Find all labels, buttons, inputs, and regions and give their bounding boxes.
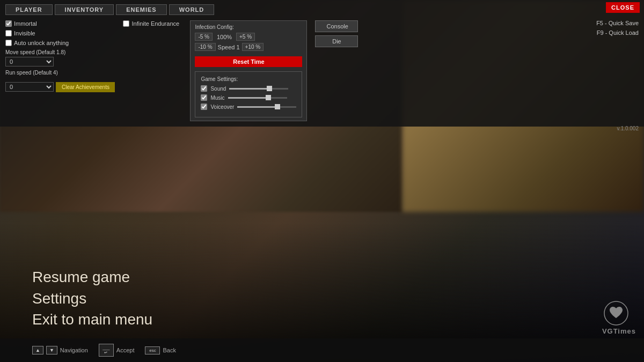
invisible-label: Invisible [14,30,35,36]
back-control: esc Back [145,346,175,354]
tab-inventory[interactable]: INVENTORY [55,4,114,15]
game-settings-box: Game Settings: Sound Music Voiceover [195,71,302,117]
infinite-endurance-row: Infinite Endurance [123,20,182,27]
close-button[interactable]: CLOSE [606,2,640,13]
voiceover-slider[interactable] [237,106,296,108]
music-slider[interactable] [228,97,287,99]
voiceover-checkbox[interactable] [201,104,207,110]
move-speed-select[interactable]: 0 1 2 3 4 [5,57,54,67]
infection-pct-value: 100% [215,34,234,40]
esc-key: esc [145,346,160,354]
tab-bar: PLAYER INVENTORY ENEMIES WORLD CLOSE [5,4,639,15]
auto-unlock-checkbox[interactable] [5,40,12,46]
controls-bar: ▲ ▼ Navigation ___ ↵ Accept esc Back [0,338,644,362]
right-column: Console Die [315,20,358,121]
menu-settings[interactable]: Settings [32,288,644,309]
voiceover-label: Voiceover [210,104,234,110]
left-column: Immortal Invisible Auto unlock anything … [5,20,115,121]
f9-shortcut: F9 - Quick Load [596,28,639,38]
die-button[interactable]: Die [315,35,358,47]
sound-row: Sound [201,85,296,92]
infection-pct-row: -5 % 100% +5 % [195,33,302,41]
up-key: ▲ [32,346,43,354]
game-settings-title: Game Settings: [201,76,296,82]
tab-player[interactable]: PLAYER [5,4,53,15]
move-speed-label: Move speed (Default 1.8) [5,49,115,55]
tab-world[interactable]: WORLD [169,4,215,15]
voiceover-row: Voiceover [201,104,296,110]
immortal-checkbox[interactable] [5,20,12,27]
accept-label: Accept [116,347,135,353]
heart-logo [603,300,629,330]
accept-control: ___ ↵ Accept [99,344,135,357]
infection-minus-spd-btn[interactable]: -10 % [195,43,215,51]
run-speed-select[interactable]: 0 1 2 3 4 [5,82,54,92]
version-text: v.1.0.002 [617,125,639,131]
keyboard-shortcuts: F5 - Quick Save F9 - Quick Load [596,19,639,38]
infection-minus-pct-btn[interactable]: -5 % [195,33,213,41]
immortal-label: Immortal [14,20,37,27]
infinite-endurance-checkbox[interactable] [123,20,129,27]
sound-checkbox[interactable] [201,85,207,92]
console-button[interactable]: Console [315,20,358,32]
down-key: ▼ [46,346,57,354]
top-panel: PLAYER INVENTORY ENEMIES WORLD CLOSE Imm… [0,0,644,127]
menu-resume[interactable]: Resume game [32,267,644,287]
sound-slider[interactable] [229,88,288,90]
auto-unlock-label: Auto unlock anything [14,40,69,46]
infection-title: Infection Config: [195,24,302,30]
middle-left-column: Infinite Endurance [123,20,182,121]
infection-speed-value: Speed 1 [218,44,240,50]
tab-enemies[interactable]: ENEMIES [116,4,167,15]
infection-config-box: Infection Config: -5 % 100% +5 % -10 % S… [190,20,307,121]
vgtimes-logo: VGTimes [602,327,636,335]
navigation-control: ▲ ▼ Navigation [32,346,88,354]
music-checkbox[interactable] [201,94,207,101]
run-speed-label: Run speed (Default 4) [5,70,115,76]
sound-label: Sound [210,86,226,92]
music-row: Music [201,94,296,101]
menu-exit[interactable]: Exit to main menu [32,309,644,330]
music-label: Music [210,95,224,101]
accept-key: ___ ↵ [99,344,114,357]
infection-plus-spd-btn[interactable]: +10 % [242,43,264,51]
infection-speed-row: -10 % Speed 1 +10 % [195,43,302,51]
navigation-label: Navigation [60,347,88,353]
back-label: Back [163,347,175,353]
f5-shortcut: F5 - Quick Save [596,19,639,28]
infection-plus-pct-btn[interactable]: +5 % [236,33,255,41]
auto-unlock-row: Auto unlock anything [5,40,115,46]
immortal-row: Immortal [5,20,115,27]
invisible-row: Invisible [5,30,115,36]
infinite-endurance-label: Infinite Endurance [131,20,179,27]
invisible-checkbox[interactable] [5,30,12,36]
reset-time-button[interactable]: Reset Time [195,56,302,67]
panel-content: Immortal Invisible Auto unlock anything … [5,20,639,121]
clear-achievements-button[interactable]: Clear Achievements [56,82,115,92]
